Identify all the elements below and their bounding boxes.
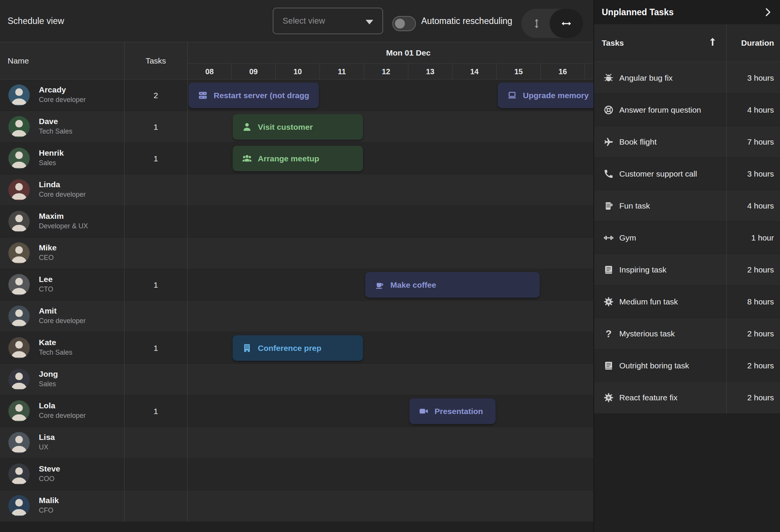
unplanned-task-row[interactable]: Medium fun task8 hours <box>594 286 780 318</box>
avatar-person <box>8 242 30 264</box>
journal-icon-wrap <box>603 360 614 371</box>
resource-task-count <box>124 174 187 206</box>
resource-role: CFO <box>39 507 53 514</box>
unplanned-task-row[interactable]: Answer forum question4 hours <box>594 94 780 126</box>
column-header-name[interactable]: Name <box>8 42 29 80</box>
unplanned-task-row[interactable]: Gym1 hour <box>594 222 780 254</box>
journal-icon <box>603 360 614 371</box>
hour-cell: 15 <box>497 64 541 80</box>
event-label: Upgrade memory <box>523 91 589 100</box>
resource-name: Dave <box>39 117 58 125</box>
resource-name: Lisa <box>39 433 55 441</box>
resource-task-count <box>124 427 187 459</box>
event-bar[interactable]: Conference prep <box>233 335 363 361</box>
avatar <box>8 400 30 422</box>
unplanned-task-row[interactable]: Book flight7 hours <box>594 126 780 158</box>
life-ring-icon <box>603 105 614 115</box>
unplanned-task-name: Answer forum question <box>619 94 701 126</box>
column-header-tasks[interactable]: Tasks <box>124 42 187 80</box>
unplanned-task-row[interactable]: Angular bug fix3 hours <box>594 62 780 94</box>
journal-icon-wrap <box>603 264 614 275</box>
resource-task-count: 1 <box>124 111 187 143</box>
unplanned-task-duration: 7 hours <box>747 126 774 158</box>
avatar <box>8 211 30 232</box>
resource-row: MikeCEO <box>0 237 593 269</box>
question-icon-wrap: ? <box>603 328 614 339</box>
event-bar[interactable]: Presentation <box>409 398 495 424</box>
hour-cell: 11 <box>320 64 364 80</box>
orientation-switch <box>521 9 583 38</box>
resource-role: UX <box>39 444 48 451</box>
unplanned-task-row[interactable]: Fun task4 hours <box>594 190 780 222</box>
unplanned-task-row[interactable]: React feature fix2 hours <box>594 382 780 414</box>
collapse-panel-button[interactable] <box>761 5 775 19</box>
resource-row: LindaCore developer <box>0 174 593 206</box>
event-bar[interactable]: Upgrade memory <box>498 83 593 108</box>
resource-name: Maxim <box>39 212 64 220</box>
event-bar[interactable]: Visit customer <box>233 114 363 140</box>
avatar <box>8 179 30 201</box>
select-view-dropdown[interactable]: Select view <box>273 8 383 34</box>
unplanned-task-row[interactable]: Outright boring task2 hours <box>594 350 780 382</box>
date-header: Mon 01 Dec <box>187 42 593 64</box>
resource-task-count <box>124 459 187 490</box>
avatar <box>8 495 30 516</box>
event-bar[interactable]: Make coffee <box>365 272 540 298</box>
grid-header: Name Tasks Mon 01 Dec 080910111213141516 <box>0 42 593 80</box>
question-icon: ? <box>606 328 612 340</box>
life-ring-icon-wrap <box>603 105 614 115</box>
unplanned-task-name: Book flight <box>619 126 657 158</box>
resource-name: Henrik <box>39 149 64 157</box>
dumbbell-icon-wrap <box>603 233 614 243</box>
schedule-grid: Name Tasks Mon 01 Dec 080910111213141516… <box>0 42 593 532</box>
event-bar[interactable]: Restart server (not dragg <box>189 83 319 108</box>
avatar <box>8 432 30 453</box>
resource-name: Jong <box>39 370 58 378</box>
avatar <box>8 116 30 137</box>
unplanned-task-row[interactable]: ?Mysterious task2 hours <box>594 318 780 350</box>
avatar-person <box>8 84 30 106</box>
hour-cell: 14 <box>452 64 497 80</box>
avatar-person <box>8 211 30 232</box>
unplanned-task-name: Outright boring task <box>619 350 689 382</box>
scheduler-app: Schedule view Select view Automatic resc… <box>0 0 780 532</box>
resource-role: Tech Sales <box>39 349 72 356</box>
event-bar[interactable]: Arrange meetup <box>233 146 363 171</box>
unplanned-task-duration: 2 hours <box>747 254 774 286</box>
unplanned-task-name: Medium fun task <box>619 286 678 318</box>
video-icon <box>419 406 429 416</box>
horizontal-orientation-button[interactable] <box>550 9 583 38</box>
avatar-person <box>8 400 30 422</box>
plane-icon-wrap <box>603 137 614 147</box>
toggle-knob <box>395 19 405 29</box>
resource-role: Sales <box>39 159 56 166</box>
unplanned-task-duration: 2 hours <box>747 318 774 350</box>
laptop-icon <box>507 90 517 100</box>
resource-row: MalikCFO <box>0 490 593 522</box>
vertical-orientation-button[interactable] <box>521 9 552 38</box>
unplanned-task-row[interactable]: Customer support call3 hours <box>594 158 780 190</box>
sort-up-icon[interactable] <box>707 36 721 50</box>
unplanned-task-duration: 3 hours <box>747 158 774 190</box>
avatar <box>8 274 30 295</box>
avatar-person <box>8 337 30 358</box>
avatar <box>8 369 30 390</box>
resource-task-count <box>124 301 187 332</box>
gear-icon-wrap <box>603 392 614 403</box>
unplanned-task-row[interactable]: Inspiring task2 hours <box>594 254 780 286</box>
unplanned-tasks-panel: Unplanned Tasks Tasks Duration Angular b… <box>593 0 780 532</box>
automatic-rescheduling-toggle[interactable] <box>392 16 416 31</box>
avatar <box>8 306 30 327</box>
beer-icon <box>603 201 614 211</box>
panel-column-tasks[interactable]: Tasks <box>602 24 624 62</box>
unplanned-task-name: Fun task <box>619 190 650 222</box>
grid-bottom-strip <box>0 522 593 532</box>
resource-name: Arcady <box>39 86 66 94</box>
panel-column-duration[interactable]: Duration <box>741 24 774 62</box>
caret-down-icon <box>366 20 373 24</box>
avatar-person <box>8 495 30 516</box>
dumbbell-icon <box>603 233 614 243</box>
gear-icon <box>603 296 614 307</box>
avatar-person <box>8 432 30 453</box>
avatar <box>8 84 30 106</box>
